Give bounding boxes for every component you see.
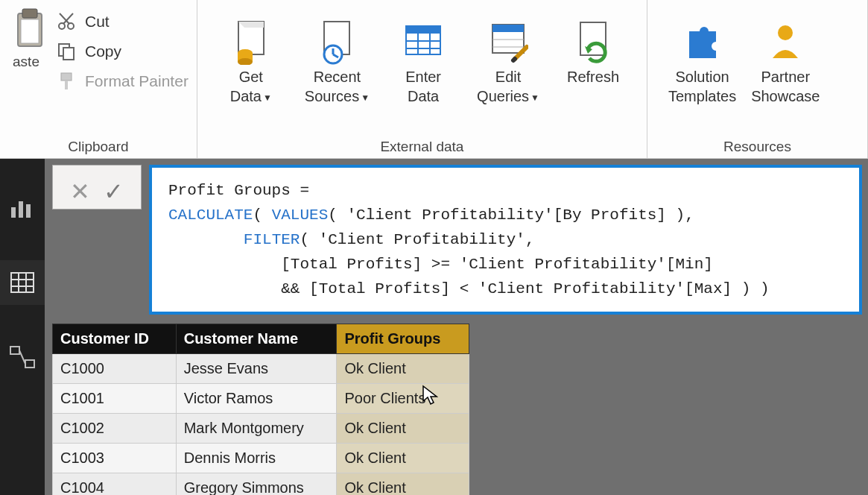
scissors-icon — [57, 12, 77, 31]
clipboard-group: aste Cut Copy — [0, 0, 197, 158]
edit-queries-button[interactable]: Edit Queries▼ — [477, 3, 539, 158]
copy-label: Copy — [85, 42, 121, 60]
table-header-row: Customer ID Customer Name Profit Groups — [53, 324, 469, 354]
refresh-button[interactable]: Refresh — [563, 3, 623, 158]
svg-rect-10 — [65, 81, 68, 89]
table-row[interactable]: C1002Mark MontgomeryOk Client — [53, 414, 469, 444]
model-view-button[interactable] — [0, 335, 45, 379]
solution-templates-button[interactable]: Solution Templates — [668, 3, 736, 106]
get-data-icon — [231, 19, 271, 65]
svg-rect-9 — [61, 73, 72, 81]
col-header-profit-groups[interactable]: Profit Groups — [337, 324, 469, 354]
relationship-icon — [9, 345, 36, 369]
svg-rect-31 — [580, 22, 606, 55]
paste-button[interactable]: aste — [7, 3, 52, 91]
data-view-button[interactable] — [0, 260, 45, 305]
chevron-down-icon: ▼ — [263, 92, 272, 103]
cancel-formula-button[interactable]: ✕ — [70, 177, 90, 206]
format-painter-label: Format Painter — [85, 72, 189, 90]
get-data-button[interactable]: Get Data▼ — [221, 3, 281, 158]
copy-button[interactable]: Copy — [57, 42, 189, 61]
chevron-down-icon: ▼ — [361, 92, 370, 103]
cell-profit-groups[interactable]: Poor Clients — [337, 384, 469, 414]
resources-group: Solution Templates Partner Showcase Reso… — [647, 0, 868, 158]
paste-label: aste — [13, 54, 39, 70]
external-data-group: Get Data▼ Recent Sources▼ — [197, 0, 647, 158]
table-row[interactable]: C1003Dennis MorrisOk Client — [53, 444, 469, 473]
external-data-group-title: External data — [197, 139, 647, 155]
svg-point-33 — [778, 25, 793, 40]
svg-line-44 — [19, 350, 25, 364]
svg-rect-2 — [21, 19, 39, 43]
chevron-down-icon: ▼ — [530, 92, 539, 103]
cell-profit-groups[interactable]: Ok Client — [337, 444, 469, 473]
cut-button[interactable]: Cut — [57, 12, 189, 31]
svg-rect-37 — [11, 273, 34, 292]
svg-line-30 — [513, 59, 515, 60]
clipboard-icon — [13, 7, 46, 51]
svg-rect-26 — [492, 25, 524, 32]
refresh-icon — [573, 19, 613, 64]
cell-profit-groups[interactable]: Ok Client — [337, 414, 469, 444]
view-switcher — [0, 159, 45, 495]
format-painter-button[interactable]: Format Painter — [57, 72, 189, 91]
table-icon — [403, 22, 443, 62]
cell-customer-name[interactable]: Mark Montgomery — [176, 414, 337, 444]
edit-queries-icon — [488, 20, 528, 63]
recent-sources-button[interactable]: Recent Sources▼ — [305, 3, 370, 158]
cut-label: Cut — [85, 13, 110, 31]
svg-rect-1 — [22, 9, 37, 18]
cell-customer-name[interactable]: Victor Ramos — [176, 384, 337, 414]
cell-customer-id[interactable]: C1002 — [53, 414, 177, 444]
svg-rect-34 — [11, 207, 16, 218]
brush-icon — [57, 72, 77, 91]
svg-rect-8 — [63, 48, 74, 60]
ribbon: aste Cut Copy — [0, 0, 868, 159]
cell-customer-id[interactable]: C1000 — [53, 354, 177, 384]
cell-customer-name[interactable]: Jesse Evans — [176, 354, 337, 384]
col-header-customer-id[interactable]: Customer ID — [53, 324, 177, 354]
svg-rect-36 — [26, 204, 31, 218]
enter-data-button[interactable]: Enter Data — [393, 3, 453, 158]
svg-rect-43 — [25, 360, 34, 368]
svg-rect-42 — [10, 347, 19, 354]
accept-formula-button[interactable]: ✓ — [104, 177, 124, 206]
table-row[interactable]: C1001Victor RamosPoor Clients — [53, 384, 469, 414]
table-row[interactable]: C1004Gregory SimmonsOk Client — [53, 473, 469, 496]
cell-profit-groups[interactable]: Ok Client — [337, 473, 469, 496]
svg-rect-20 — [406, 26, 440, 34]
barchart-icon — [10, 197, 35, 219]
formula-editor[interactable]: Profit Groups = CALCULATE( VALUES( 'Clie… — [149, 165, 862, 315]
partner-showcase-button[interactable]: Partner Showcase — [751, 3, 820, 106]
data-grid[interactable]: Customer ID Customer Name Profit Groups … — [52, 324, 469, 495]
cell-customer-id[interactable]: C1004 — [53, 473, 177, 496]
tablegrid-icon — [10, 271, 35, 294]
cell-customer-id[interactable]: C1001 — [53, 384, 177, 414]
col-header-customer-name[interactable]: Customer Name — [176, 324, 337, 354]
resources-group-title: Resources — [647, 139, 867, 155]
recent-sources-icon — [317, 19, 357, 65]
formula-bar: ✕ ✓ Profit Groups = CALCULATE( VALUES( '… — [45, 159, 868, 321]
cell-customer-name[interactable]: Dennis Morris — [176, 444, 337, 473]
puzzle-icon — [680, 21, 725, 63]
cell-customer-id[interactable]: C1003 — [53, 444, 177, 473]
person-icon — [765, 21, 805, 63]
cell-customer-name[interactable]: Gregory Simmons — [176, 473, 337, 496]
main-area: ✕ ✓ Profit Groups = CALCULATE( VALUES( '… — [45, 159, 868, 495]
cell-profit-groups[interactable]: Ok Client — [337, 354, 469, 384]
report-view-button[interactable] — [0, 186, 45, 230]
copy-icon — [57, 42, 77, 61]
clipboard-group-title: Clipboard — [0, 139, 197, 155]
table-row[interactable]: C1000Jesse EvansOk Client — [53, 354, 469, 384]
svg-rect-35 — [19, 201, 23, 218]
